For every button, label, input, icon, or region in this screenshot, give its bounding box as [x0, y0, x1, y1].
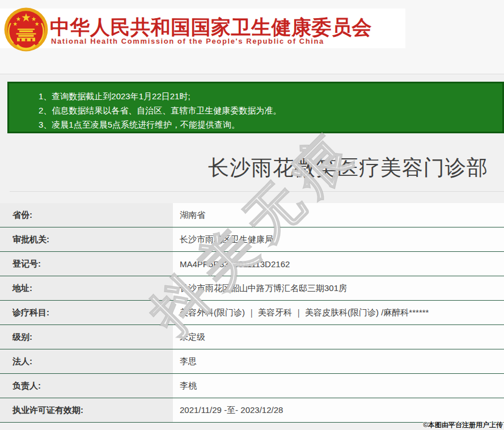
table-row: 审批机关:长沙市雨花区卫生健康局: [0, 227, 504, 252]
table-row: 省份:湖南省: [0, 203, 504, 227]
institution-detail-table: 省份:湖南省审批机关:长沙市雨花区卫生健康局登记号:MA4PP5R3343011…: [0, 203, 504, 423]
notice-box: 1、查询数据截止到2023年1月22日21时;2、信息数据结果以各省、自治区、直…: [7, 82, 504, 133]
table-row: 执业许可证有效期:2021/11/29 -至- 2023/12/28: [0, 398, 504, 423]
field-value: 美容外科(限门诊) ｜ 美容牙科 ｜ 美容皮肤科(限门诊) /麻醉科******: [173, 301, 504, 324]
table-row: 负责人:李桃: [0, 374, 504, 398]
field-label: 登记号:: [0, 252, 173, 276]
field-label: 地址:: [0, 276, 173, 300]
title-separator: [10, 191, 504, 192]
field-label: 执业许可证有效期:: [0, 398, 173, 422]
site-header: 中华人民共和国国家卫生健康委员会 National Health Commiss…: [0, 0, 504, 74]
notice-line: 3、凌晨1点至凌晨5点系统进行维护，不能提供查询。: [39, 117, 497, 132]
table-row: 法人:李思: [0, 349, 504, 374]
national-emblem-icon: [3, 6, 49, 53]
field-label: 级别:: [0, 325, 173, 349]
field-label: 诊疗科目:: [0, 301, 173, 324]
field-value: 湖南省: [173, 203, 504, 227]
query-result-page: 中华人民共和国国家卫生健康委员会 National Health Commiss…: [0, 0, 504, 430]
table-row: 级别:未定级: [0, 325, 504, 349]
field-label: 负责人:: [0, 374, 173, 398]
field-label: 审批机关:: [0, 227, 173, 251]
field-value: 李桃: [173, 374, 504, 398]
field-label: 法人:: [0, 349, 173, 373]
institution-title: 长沙雨花微笑医疗美容门诊部: [0, 154, 488, 182]
table-row: 登记号:MA4PP5R3343011113D2162: [0, 252, 504, 276]
notice-line: 1、查询数据截止到2023年1月22日21时;: [39, 89, 497, 103]
field-value: 长沙市雨花区韶山中路万博汇名邸三期301房: [173, 276, 504, 300]
upload-source-note: ©本图由平台注册用户上传: [423, 420, 503, 430]
field-value: 未定级: [173, 325, 504, 349]
notice-line: 2、信息数据结果以各省、自治区、直辖市卫生健康委数据为准。: [39, 103, 497, 117]
field-value: 2021/11/29 -至- 2023/12/28: [173, 398, 504, 422]
field-label: 省份:: [0, 203, 173, 227]
table-row: 地址:长沙市雨花区韶山中路万博汇名邸三期301房: [0, 276, 504, 301]
field-value: 长沙市雨花区卫生健康局: [173, 227, 504, 251]
org-title-en: National Health Commission of the People…: [51, 37, 324, 45]
field-value: MA4PP5R3343011113D2162: [173, 252, 504, 276]
table-row: 诊疗科目:美容外科(限门诊) ｜ 美容牙科 ｜ 美容皮肤科(限门诊) /麻醉科*…: [0, 301, 504, 325]
field-value: 李思: [173, 349, 504, 373]
